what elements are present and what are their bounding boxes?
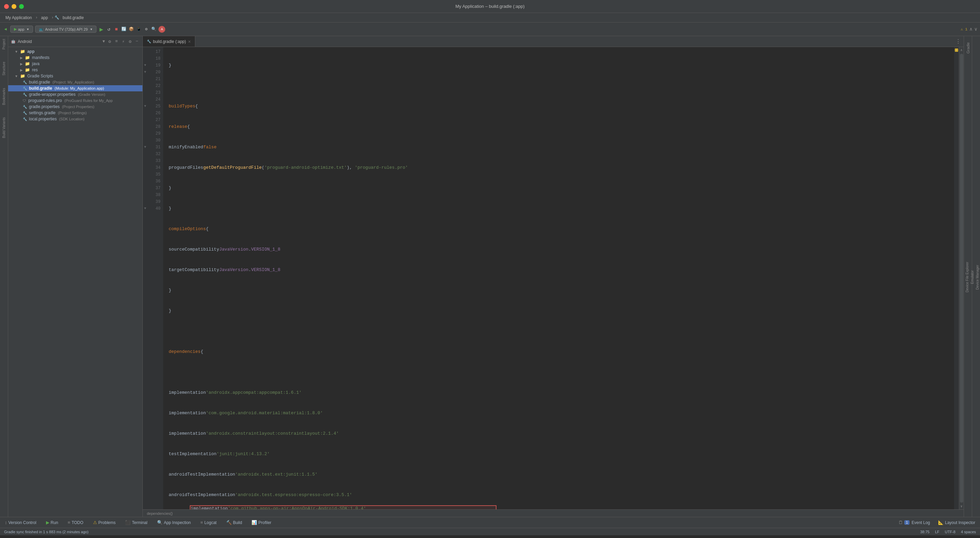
- run-config-dropdown[interactable]: ▶ app ▼: [10, 26, 33, 33]
- scope-icon[interactable]: ≡: [114, 39, 119, 44]
- tree-content: ▼ 📁 app ▶ 📁 manifests ▶ 📁 java ▶: [8, 47, 142, 517]
- tree-item-manifests[interactable]: ▶ 📁 manifests: [8, 54, 142, 61]
- profiler-button[interactable]: 📊 Profiler: [250, 519, 273, 526]
- back-button[interactable]: ◀: [3, 27, 8, 32]
- tree-item-build-gradle-module[interactable]: 🔧 build.gradle (Module: My_Application.a…: [8, 85, 142, 91]
- app-inspection-icon: 🔍: [157, 520, 162, 525]
- run-panel-button[interactable]: ▶ Run: [44, 519, 60, 526]
- tree-item-res[interactable]: ▶ 📁 res: [8, 67, 142, 73]
- sdk-manager-icon[interactable]: 📦: [129, 27, 134, 32]
- app-expand-icon: ▼: [15, 50, 18, 54]
- code-line-31: dependencies {: [169, 348, 954, 355]
- scrollbar-right[interactable]: ∧ ∨: [959, 47, 964, 509]
- breadcrumb-file[interactable]: build.gradle: [60, 15, 87, 21]
- warning-marker-top: !: [955, 48, 958, 52]
- panel-dropdown-arrow[interactable]: ▼: [103, 39, 105, 44]
- version-control-button[interactable]: ↕ Version Control: [3, 519, 38, 526]
- line-35: 35: [143, 171, 163, 178]
- sidebar-tab-build-variants[interactable]: Build Variants: [1, 115, 7, 141]
- tree-item-local-props[interactable]: 🔧 local.properties (SDK Location): [8, 116, 142, 122]
- gradle-wrapper-icon: 🔧: [23, 93, 27, 96]
- search-everywhere-icon[interactable]: 🔍: [151, 27, 156, 32]
- code-content[interactable]: } buildTypes { release { minifyEnabled f…: [163, 47, 954, 509]
- minimize-button[interactable]: [11, 4, 16, 9]
- sidebar-tab-bookmarks[interactable]: Bookmarks: [1, 85, 7, 108]
- gradle-panel-label[interactable]: Gradle: [965, 40, 972, 56]
- user-avatar[interactable]: A: [158, 26, 165, 33]
- fold-20[interactable]: ▼: [144, 69, 146, 76]
- filter-icon[interactable]: ⚡: [121, 39, 126, 44]
- tree-item-settings-gradle[interactable]: 🔧 settings.gradle (Project Settings): [8, 110, 142, 116]
- close-panel-icon[interactable]: −: [134, 39, 140, 44]
- avd-manager-icon[interactable]: 📱: [136, 27, 142, 32]
- tree-item-proguard[interactable]: 🛡 proguard-rules.pro (ProGuard Rules for…: [8, 97, 142, 104]
- close-button[interactable]: [4, 4, 9, 9]
- warning-count[interactable]: ⚠ 1: [961, 27, 967, 31]
- fold-40[interactable]: ▼: [144, 205, 146, 212]
- device-dropdown[interactable]: 📺 Android TV (720p) API 29 ▼: [35, 26, 96, 33]
- code-line-35: implementation 'androidx.constraintlayou…: [169, 430, 954, 437]
- tree-item-java[interactable]: ▶ 📁 java: [8, 61, 142, 67]
- tab-close-button[interactable]: ×: [188, 39, 191, 44]
- fold-31[interactable]: ▼: [144, 144, 146, 151]
- gradle-props-icon: 🔧: [23, 105, 27, 109]
- status-bar: Gradle sync finished in 1 s 883 ms (2 mi…: [0, 528, 980, 535]
- android-icon: 🤖: [11, 39, 16, 44]
- tree-item-gradle-props[interactable]: 🔧 gradle.properties (Project Properties): [8, 104, 142, 110]
- code-line-19: buildTypes {: [169, 103, 954, 110]
- sync-project-icon[interactable]: ⚙: [107, 39, 113, 44]
- fold-19[interactable]: ▼: [144, 62, 146, 69]
- editor-tab-build-gradle[interactable]: 🔧 build.gradle (:app) ×: [143, 36, 195, 47]
- problems-button[interactable]: ⚠ Problems: [91, 519, 118, 526]
- gear-icon[interactable]: ⚙: [127, 39, 133, 44]
- logcat-button[interactable]: ≡ Logcat: [198, 519, 219, 526]
- device-manager-label[interactable]: Device Manager: [975, 263, 980, 292]
- layout-inspector-button[interactable]: 📐 Layout Inspector: [936, 519, 977, 526]
- emulator-label[interactable]: Emulator: [970, 268, 975, 286]
- stop-button[interactable]: ■: [113, 27, 119, 32]
- line-30: 30: [143, 137, 163, 144]
- sidebar-tab-project[interactable]: Project: [1, 36, 7, 52]
- device-file-label[interactable]: Device File Explorer: [965, 260, 970, 294]
- settings-icon[interactable]: ⚙: [143, 27, 149, 32]
- maximize-button[interactable]: [19, 4, 24, 9]
- event-log-button[interactable]: 🗒 1 Event Log: [897, 519, 932, 526]
- sync-button[interactable]: 🔄: [121, 27, 126, 32]
- code-line-21: minifyEnabled false: [169, 144, 954, 151]
- breadcrumb-module[interactable]: app: [38, 15, 51, 21]
- status-message: Gradle sync finished in 1 s 883 ms (2 mi…: [4, 530, 89, 534]
- editor-options-button[interactable]: ⋮: [953, 36, 964, 47]
- code-line-33: implementation 'androidx.appcompat:appco…: [169, 390, 954, 396]
- local-props-label: local.properties: [29, 117, 57, 121]
- local-props-icon: 🔧: [23, 117, 27, 121]
- encoding: UTF-8: [945, 530, 956, 534]
- sidebar-tab-structure[interactable]: Structure: [1, 59, 7, 78]
- build-gradle-proj-label: build.gradle: [29, 80, 50, 85]
- tree-item-build-gradle-project[interactable]: 🔧 build.gradle (Project: My_Application): [8, 79, 142, 85]
- gradle-scripts-label: Gradle Scripts: [27, 73, 53, 78]
- build-button[interactable]: 🔨 Build: [224, 519, 244, 526]
- breadcrumb-project[interactable]: My Application: [3, 15, 34, 21]
- scroll-up-button[interactable]: ∧: [959, 47, 963, 53]
- expand-button[interactable]: ∧: [969, 26, 972, 32]
- app-inspection-button[interactable]: 🔍 App Inspection: [155, 519, 193, 526]
- line-37: 37: [143, 185, 163, 192]
- refresh-button[interactable]: ↺: [106, 27, 111, 32]
- res-folder-icon: 📁: [25, 67, 30, 72]
- scroll-thumb[interactable]: [960, 54, 963, 503]
- terminal-button[interactable]: ⬛ Terminal: [123, 519, 149, 526]
- run-button[interactable]: ▶: [99, 27, 104, 32]
- code-line-36: testImplementation 'junit:junit:4.13.2': [169, 451, 954, 458]
- tree-item-gradle-scripts[interactable]: ▼ 📁 Gradle Scripts: [8, 73, 142, 79]
- build-gradle-proj-suffix: (Project: My_Application): [52, 80, 94, 84]
- todo-button[interactable]: ≡ TODO: [66, 519, 86, 526]
- scroll-down-button[interactable]: ∨: [959, 503, 963, 509]
- fold-25[interactable]: ▼: [144, 103, 146, 110]
- collapse-button[interactable]: ∨: [975, 26, 977, 32]
- tree-item-gradle-wrapper[interactable]: 🔧 gradle-wrapper.properties (Gradle Vers…: [8, 91, 142, 97]
- gradle-scripts-folder-icon: 📁: [20, 73, 25, 78]
- code-editor[interactable]: 17 18 ▼ 19 ▼ 20 21 22 23 24 ▼ 25 26: [143, 47, 964, 509]
- editor-tabs: 🔧 build.gradle (:app) × ⋮: [143, 36, 964, 47]
- settings-gradle-suffix: (Project Settings): [58, 111, 87, 115]
- tree-item-app[interactable]: ▼ 📁 app: [8, 48, 142, 54]
